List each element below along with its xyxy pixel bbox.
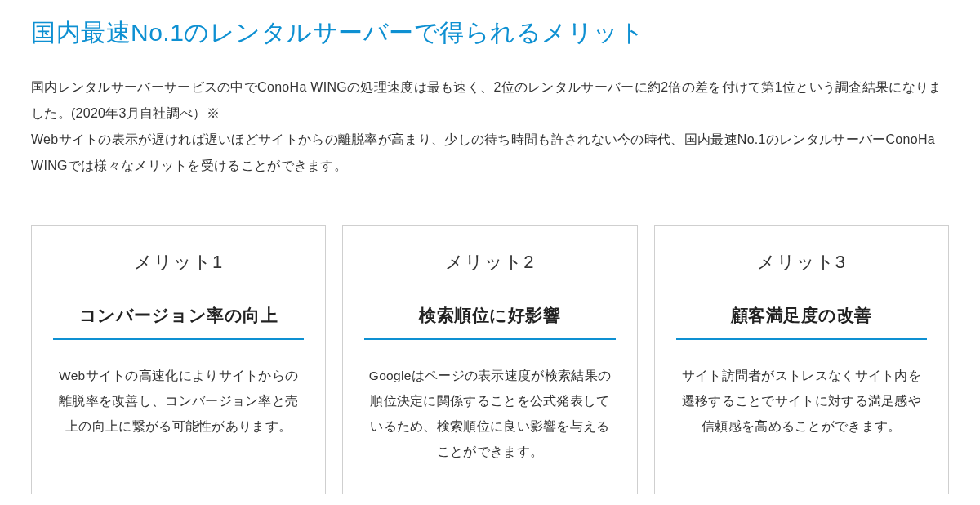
intro-paragraph: 国内レンタルサーバーサービスの中でConoHa WINGの処理速度は最も速く、2… <box>31 74 949 179</box>
merit-card-title: 検索順位に好影響 <box>364 304 615 340</box>
merit-card-title: 顧客満足度の改善 <box>676 304 927 340</box>
merit-card-desc: サイト訪問者がストレスなくサイト内を遷移することでサイトに対する満足感や信頼感を… <box>676 363 927 439</box>
merit-card-desc: Googleはページの表示速度が検索結果の順位決定に関係することを公式発表してい… <box>364 363 615 464</box>
merit-card-label: メリット3 <box>676 250 927 275</box>
merit-card-label: メリット1 <box>53 250 304 275</box>
merit-cards-row: メリット1 コンバージョン率の向上 Webサイトの高速化によりサイトからの離脱率… <box>31 225 949 494</box>
merit-card-title: コンバージョン率の向上 <box>53 304 304 340</box>
merit-card-3: メリット3 顧客満足度の改善 サイト訪問者がストレスなくサイト内を遷移することで… <box>654 225 949 494</box>
merit-card-label: メリット2 <box>364 250 615 275</box>
merit-card-2: メリット2 検索順位に好影響 Googleはページの表示速度が検索結果の順位決定… <box>342 225 637 494</box>
merit-card-1: メリット1 コンバージョン率の向上 Webサイトの高速化によりサイトからの離脱率… <box>31 225 326 494</box>
section-heading: 国内最速No.1のレンタルサーバーで得られるメリット <box>31 16 949 50</box>
merit-card-desc: Webサイトの高速化によりサイトからの離脱率を改善し、コンバージョン率と売上の向… <box>53 363 304 439</box>
